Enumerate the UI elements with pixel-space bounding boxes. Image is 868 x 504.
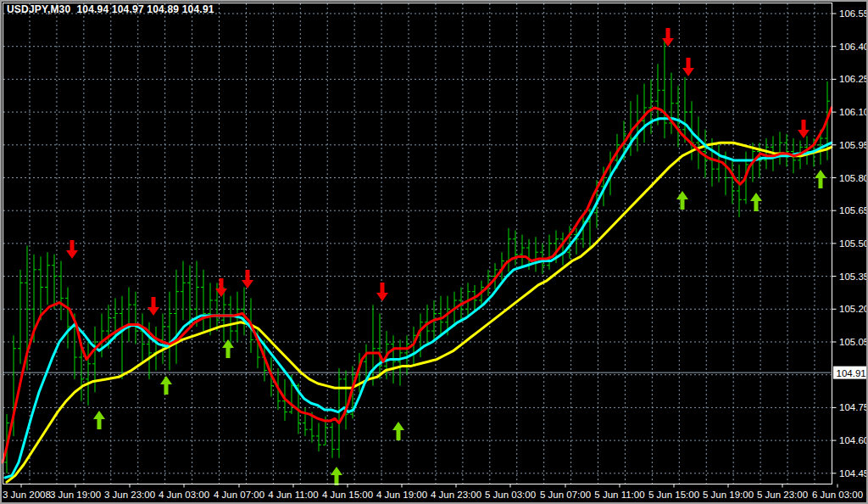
sell-arrow-icon [682,58,694,76]
price-tick-label: 106.25 [839,74,866,84]
time-tick-label: 4 Jun 15:00 [322,490,373,500]
time-tick-label: 3 Jun 19:00 [50,490,101,500]
price-tick-label: 106.55 [839,8,866,19]
time-tick-label: 4 Jun 23:00 [431,490,481,500]
price-scale[interactable]: 106.55106.40106.25106.10105.95105.80105.… [832,8,867,479]
price-tick-label: 105.35 [839,272,866,282]
signal-arrows [66,28,826,485]
sell-arrow-icon [66,240,78,259]
buy-arrow-icon [93,411,105,429]
bid-price-label: 104.91 [837,368,866,378]
time-tick-label: 5 Jun 15:00 [648,490,699,500]
sell-arrow-icon [242,270,253,288]
price-tick-label: 105.65 [839,205,866,216]
price-chart[interactable]: 106.55106.40106.25106.10105.95105.80105.… [2,2,866,502]
price-tick-label: 105.80 [839,173,866,183]
time-tick-label: 3 Jun 2008 [3,490,51,500]
time-tick-label: 5 Jun 07:00 [540,490,591,500]
buy-arrow-icon [160,376,172,395]
buy-arrow-icon [392,422,404,440]
time-scale[interactable]: 3 Jun 20083 Jun 19:003 Jun 23:004 Jun 03… [3,484,863,500]
sell-arrow-icon [798,120,810,138]
time-tick-label: 5 Jun 23:00 [757,490,808,500]
buy-arrow-icon [815,170,826,188]
buy-arrow-icon [676,191,688,210]
price-tick-label: 105.50 [839,238,866,249]
time-tick-label: 4 Jun 07:00 [214,490,264,500]
chart-window: USDJPY,M30 104.94 104.97 104.89 104.91 1… [0,0,868,504]
time-tick-label: 4 Jun 03:00 [159,490,209,500]
price-tick-label: 105.20 [839,304,866,314]
price-tick-label: 104.60 [839,435,866,445]
time-tick-label: 4 Jun 11:00 [268,490,318,500]
sell-arrow-icon [662,28,674,47]
time-tick-label: 5 Jun 11:00 [594,490,644,500]
price-tick-label: 104.75 [839,402,866,412]
sell-arrow-icon [376,283,388,301]
price-tick-label: 106.10 [839,107,866,117]
ma-line-ma_slow_yellow [7,143,832,482]
chart-title: USDJPY,M30 104.94 104.97 104.89 104.91 [7,3,214,15]
time-tick-label: 6 Jun 03:00 [812,490,863,500]
ohlc-bars [4,40,830,473]
time-tick-label: 5 Jun 19:00 [703,490,754,500]
ma-line-ma_fast_red [3,108,832,462]
time-tick-label: 4 Jun 19:00 [376,490,427,500]
time-tick-label: 5 Jun 03:00 [485,490,536,500]
grid-lines [3,3,832,484]
time-tick-label: 3 Jun 23:00 [104,490,155,500]
price-tick-label: 106.40 [839,42,866,52]
price-tick-label: 105.05 [839,337,866,347]
buy-arrow-icon [331,467,342,485]
sell-arrow-icon [147,297,159,316]
price-tick-label: 104.45 [839,468,866,479]
bid-price-tag: 104.91 [833,367,866,379]
price-tick-label: 105.95 [839,140,866,150]
